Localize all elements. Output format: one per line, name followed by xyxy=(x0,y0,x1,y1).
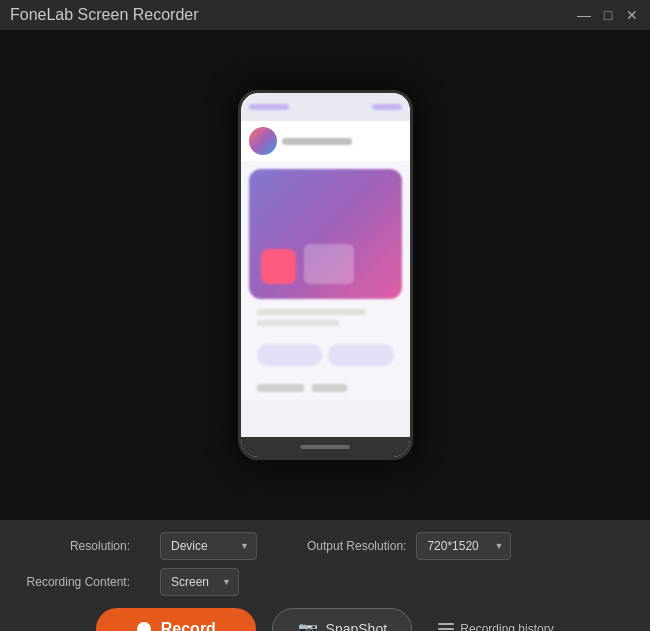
phone-avatar xyxy=(249,127,277,155)
record-button-label: Record xyxy=(161,620,216,631)
buttons-row: Record 📷 SnapShot Recording history xyxy=(20,608,630,631)
recording-history-button[interactable]: Recording history xyxy=(438,622,553,631)
phone-text-line xyxy=(257,320,339,326)
recording-content-label: Recording Content: xyxy=(20,575,130,589)
hamburger-line xyxy=(438,623,454,625)
phone-screen xyxy=(241,93,410,457)
phone-bottom-text xyxy=(249,374,402,392)
output-resolution-select-wrapper: 720*1520 1080*2340 480*960 xyxy=(416,532,511,560)
maximize-button[interactable]: □ xyxy=(600,7,616,23)
phone-small-block xyxy=(312,384,346,392)
snapshot-button-label: SnapShot xyxy=(326,621,388,631)
recording-content-select-wrapper: Screen Camera Both xyxy=(160,568,239,596)
recording-history-label: Recording history xyxy=(460,622,553,631)
phone-btn-mock xyxy=(328,344,394,366)
record-dot-icon xyxy=(137,622,151,631)
resolution-label: Resolution: xyxy=(20,539,130,553)
resolution-select[interactable]: Device Custom Full Screen xyxy=(160,532,257,560)
phone-card-icon xyxy=(261,249,296,284)
phone-username xyxy=(282,138,352,145)
resolution-select-wrapper: Device Custom Full Screen xyxy=(160,532,257,560)
output-resolution-group: Output Resolution: 720*1520 1080*2340 48… xyxy=(307,532,511,560)
title-bar: FoneLab Screen Recorder — □ ✕ xyxy=(0,0,650,30)
hamburger-line xyxy=(438,628,454,630)
record-button[interactable]: Record xyxy=(96,608,256,631)
phone-home-bar xyxy=(300,445,350,449)
output-resolution-label: Output Resolution: xyxy=(307,539,406,553)
phone-small-block xyxy=(257,384,305,392)
phone-buttons-row xyxy=(249,336,402,374)
close-button[interactable]: ✕ xyxy=(624,7,640,23)
output-resolution-select[interactable]: 720*1520 1080*2340 480*960 xyxy=(416,532,511,560)
snapshot-button[interactable]: 📷 SnapShot xyxy=(272,608,412,631)
phone-text-lines xyxy=(249,299,402,336)
main-preview-area xyxy=(0,30,650,520)
minimize-button[interactable]: — xyxy=(576,7,592,23)
camera-icon: 📷 xyxy=(298,620,318,632)
window-controls: — □ ✕ xyxy=(576,7,640,23)
phone-top-bar xyxy=(241,93,410,121)
phone-card-box xyxy=(304,244,354,284)
phone-mockup xyxy=(238,90,413,460)
controls-area: Resolution: Device Custom Full Screen Ou… xyxy=(0,520,650,631)
phone-profile xyxy=(241,121,410,161)
phone-status-dots xyxy=(249,104,289,110)
phone-text-line xyxy=(257,309,367,315)
recording-content-select[interactable]: Screen Camera Both xyxy=(160,568,239,596)
controls-row1: Resolution: Device Custom Full Screen Ou… xyxy=(20,532,630,560)
hamburger-icon xyxy=(438,623,454,631)
phone-content xyxy=(241,161,410,400)
app-title: FoneLab Screen Recorder xyxy=(10,6,199,24)
phone-card xyxy=(249,169,402,299)
phone-card-inner xyxy=(261,244,390,284)
phone-btn-mock xyxy=(257,344,323,366)
phone-bottom-bar xyxy=(241,437,410,457)
controls-row2: Recording Content: Screen Camera Both xyxy=(20,568,630,596)
